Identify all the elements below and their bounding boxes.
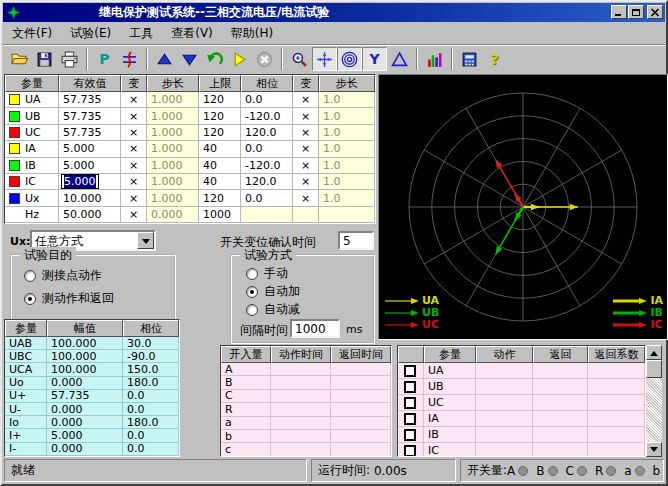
vary-cell[interactable]: ×	[121, 125, 147, 141]
limit-cell[interactable]: 120	[199, 190, 241, 206]
scroll-down-button[interactable]	[646, 442, 662, 457]
step-cell[interactable]: 1.000	[147, 125, 199, 141]
phase-sequence-button[interactable]	[117, 47, 142, 71]
rms-cell[interactable]: 57.735	[59, 125, 121, 141]
save-button[interactable]	[32, 47, 57, 71]
phase-cell[interactable]: -120.0	[241, 108, 293, 124]
wye-button[interactable]: Y	[362, 47, 387, 71]
rms-cell[interactable]: 5.000	[59, 174, 121, 190]
step2-cell[interactable]: 1.0	[319, 190, 375, 206]
phase-cell[interactable]	[241, 207, 293, 223]
zoom-button[interactable]	[287, 47, 312, 71]
step2-cell[interactable]: 1.0	[319, 158, 375, 174]
polar-grid-button[interactable]	[337, 47, 362, 71]
interval-input[interactable]: 1000	[290, 319, 340, 338]
vary-cell[interactable]: ×	[121, 92, 147, 108]
param-row-UB[interactable]: UB 57.735 × 1.000 120 -120.0 × 1.0	[5, 108, 375, 124]
vary2-cell[interactable]: ×	[293, 108, 319, 124]
phase-cell[interactable]: 120.0	[241, 125, 293, 141]
phase-cell[interactable]: 0.0	[241, 141, 293, 157]
rms-cell[interactable]: 57.735	[59, 92, 121, 108]
phase-cell[interactable]: 120.0	[241, 174, 293, 190]
vary2-cell[interactable]: ×	[293, 174, 319, 190]
step2-cell[interactable]: 1.0	[319, 141, 375, 157]
scroll-up-button[interactable]	[646, 345, 662, 360]
vary-cell[interactable]: ×	[121, 207, 147, 223]
limit-cell[interactable]: 1000	[199, 207, 241, 223]
param-row-Hz[interactable]: Hz 50.000 × 0.000 1000	[5, 207, 375, 223]
vary2-cell[interactable]: ×	[293, 141, 319, 157]
limit-cell[interactable]: 120	[199, 108, 241, 124]
radio-contact-action[interactable]: 测接点动作	[24, 267, 102, 284]
limit-cell[interactable]: 40	[199, 174, 241, 190]
vary2-cell[interactable]: ×	[293, 125, 319, 141]
scroll-thumb[interactable]	[646, 360, 662, 378]
menu-help[interactable]: 帮助(H)	[222, 23, 282, 44]
maximize-button[interactable]	[628, 5, 644, 19]
param-row-IC[interactable]: IC 5.000 × 1.000 40 120.0 × 1.0	[5, 174, 375, 190]
step-cell[interactable]: 1.000	[147, 190, 199, 206]
bar-chart-button[interactable]	[422, 47, 447, 71]
param-row-UA[interactable]: UA 57.735 × 1.000 120 0.0 × 1.0	[5, 92, 375, 108]
axes-button[interactable]	[312, 47, 337, 71]
limit-cell[interactable]: 40	[199, 141, 241, 157]
limit-cell[interactable]: 40	[199, 158, 241, 174]
vary-cell[interactable]: ×	[121, 141, 147, 157]
param-row-IB[interactable]: IB 5.000 × 1.000 40 -120.0 × 1.0	[5, 158, 375, 174]
start-button[interactable]	[227, 47, 252, 71]
vary2-cell[interactable]: ×	[293, 190, 319, 206]
delta-button[interactable]	[387, 47, 412, 71]
confirm-time-input[interactable]: 5	[338, 231, 374, 250]
radio-action-and-return[interactable]: 测动作和返回	[24, 290, 114, 307]
vary-cell[interactable]: ×	[121, 174, 147, 190]
step-cell[interactable]: 1.000	[147, 174, 199, 190]
radio-auto-increase[interactable]: 自动加	[246, 283, 300, 300]
decrease-button[interactable]	[177, 47, 202, 71]
step-cell[interactable]: 1.000	[147, 108, 199, 124]
open-button[interactable]	[7, 47, 32, 71]
vary2-cell[interactable]	[293, 207, 319, 223]
menu-tools[interactable]: 工具	[120, 23, 162, 44]
print-button[interactable]	[57, 47, 82, 71]
step2-cell[interactable]	[319, 207, 375, 223]
param-row-UC[interactable]: UC 57.735 × 1.000 120 120.0 × 1.0	[5, 125, 375, 141]
limit-cell[interactable]: 120	[199, 92, 241, 108]
vary2-cell[interactable]: ×	[293, 92, 319, 108]
limit-cell[interactable]: 120	[199, 125, 241, 141]
rms-cell[interactable]: 57.735	[59, 108, 121, 124]
step-cell[interactable]: 1.000	[147, 92, 199, 108]
step-cell[interactable]: 1.000	[147, 158, 199, 174]
help-button[interactable]: ?	[482, 47, 507, 71]
select-checkbox[interactable]	[404, 445, 416, 457]
menu-file[interactable]: 文件(F)	[3, 23, 61, 44]
step2-cell[interactable]: 1.0	[319, 92, 375, 108]
calculator-button[interactable]	[457, 47, 482, 71]
menu-test[interactable]: 试验(E)	[61, 23, 120, 44]
vary-cell[interactable]: ×	[121, 190, 147, 206]
select-checkbox[interactable]	[404, 397, 416, 409]
step2-cell[interactable]: 1.0	[319, 174, 375, 190]
select-checkbox[interactable]	[404, 413, 416, 425]
chevron-down-icon[interactable]	[137, 232, 154, 249]
close-button[interactable]	[647, 5, 663, 19]
rms-cell[interactable]: 50.000	[59, 207, 121, 223]
step-cell[interactable]: 0.000	[147, 207, 199, 223]
radio-auto-decrease[interactable]: 自动减	[246, 301, 300, 318]
step2-cell[interactable]: 1.0	[319, 108, 375, 124]
increase-button[interactable]	[152, 47, 177, 71]
value-edit-box[interactable]: 5.000	[61, 174, 99, 189]
action-table-scrollbar[interactable]	[646, 345, 662, 457]
undo-button[interactable]	[202, 47, 227, 71]
rms-cell[interactable]: 5.000	[59, 141, 121, 157]
stop-button[interactable]	[252, 47, 277, 71]
minimize-button[interactable]	[611, 5, 627, 19]
vary2-cell[interactable]: ×	[293, 158, 319, 174]
vary-cell[interactable]: ×	[121, 158, 147, 174]
select-checkbox[interactable]	[404, 381, 416, 393]
vary-cell[interactable]: ×	[121, 108, 147, 124]
step-cell[interactable]: 1.000	[147, 141, 199, 157]
rms-cell[interactable]: 5.000	[59, 158, 121, 174]
p-button[interactable]: P	[92, 47, 117, 71]
phase-cell[interactable]: 0.0	[241, 92, 293, 108]
select-checkbox[interactable]	[404, 365, 416, 377]
